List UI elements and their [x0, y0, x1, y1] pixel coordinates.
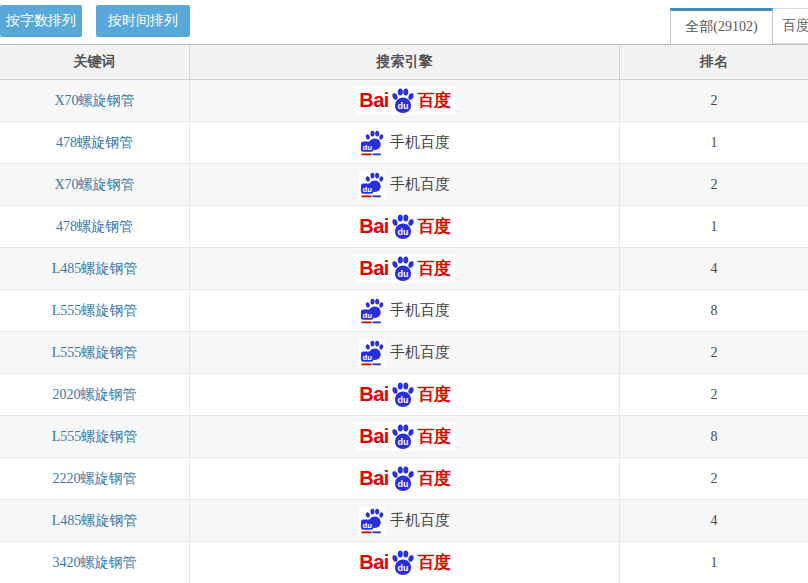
table-row: L485螺旋钢管 Bai du 百度 4 [0, 248, 808, 290]
baidu-logo-text-cn: 百度 [418, 89, 450, 112]
keyword-link[interactable]: 478螺旋钢管 [0, 122, 190, 163]
table-row: X70螺旋钢管 Bai du 百度 2 [0, 80, 808, 122]
keyword-link[interactable]: L555螺旋钢管 [0, 332, 190, 373]
table-row: 478螺旋钢管 du 手机百度 1 [0, 122, 808, 164]
rank-value: 1 [620, 542, 808, 583]
mobile-baidu-icon-box: du [359, 129, 385, 157]
svg-text:du: du [397, 479, 408, 489]
table-row: L555螺旋钢管 du 手机百度 8 [0, 290, 808, 332]
baidu-logo-text-cn: 百度 [418, 215, 450, 238]
keyword-link[interactable]: L485螺旋钢管 [0, 248, 190, 289]
baidu-logo: Bai du 百度 [354, 86, 455, 115]
keyword-link[interactable]: X70螺旋钢管 [0, 80, 190, 121]
mobile-baidu-icon-box: du [359, 171, 385, 199]
rank-value: 8 [620, 416, 808, 457]
keyword-link[interactable]: 2020螺旋钢管 [0, 374, 190, 415]
svg-text:du: du [397, 101, 408, 111]
baidu-logo-text-cn: 百度 [418, 257, 450, 280]
header-keyword: 关键词 [0, 45, 190, 79]
mobile-baidu-label: 手机百度 [390, 343, 450, 362]
search-engine-cell: Bai du 百度 [190, 458, 620, 499]
svg-text:du: du [397, 269, 408, 279]
keyword-ranking-page: 按字数排列 按时间排列 全部(29102) 百度 关键词 搜索引擎 排名 X70… [0, 0, 808, 583]
keyword-link[interactable]: 2220螺旋钢管 [0, 458, 190, 499]
mobile-baidu-icon: du [360, 508, 384, 534]
baidu-paw-icon: du [390, 255, 416, 282]
rank-value: 4 [620, 248, 808, 289]
svg-text:du: du [362, 184, 372, 193]
rank-value: 4 [620, 500, 808, 541]
sort-by-words-button[interactable]: 按字数排列 [0, 5, 82, 37]
svg-text:du: du [397, 437, 408, 447]
baidu-logo: Bai du 百度 [354, 254, 455, 283]
table-row: 2020螺旋钢管 Bai du 百度 2 [0, 374, 808, 416]
svg-text:du: du [362, 142, 372, 151]
sort-by-time-button[interactable]: 按时间排列 [96, 5, 190, 37]
mobile-baidu-label: 手机百度 [390, 301, 450, 320]
baidu-logo: Bai du 百度 [354, 422, 455, 451]
keyword-link[interactable]: 478螺旋钢管 [0, 206, 190, 247]
search-engine-cell: Bai du 百度 [190, 206, 620, 247]
mobile-baidu-engine: du 手机百度 [359, 129, 450, 157]
table-row: 478螺旋钢管 Bai du 百度 1 [0, 206, 808, 248]
mobile-baidu-icon-box: du [359, 297, 385, 325]
tab-baidu[interactable]: 百度 [772, 8, 808, 44]
rank-value: 2 [620, 332, 808, 373]
search-engine-cell: Bai du 百度 [190, 248, 620, 289]
baidu-paw-icon: du [390, 465, 416, 492]
mobile-baidu-label: 手机百度 [390, 511, 450, 530]
svg-text:du: du [397, 395, 408, 405]
baidu-logo-text-cn: 百度 [418, 551, 450, 574]
mobile-baidu-icon: du [360, 130, 384, 156]
baidu-paw-icon: du [390, 381, 416, 408]
mobile-baidu-icon: du [360, 172, 384, 198]
svg-text:du: du [362, 310, 372, 319]
baidu-paw-icon: du [390, 549, 416, 576]
table-header: 关键词 搜索引擎 排名 [0, 44, 808, 80]
baidu-logo-text-bai: Bai [359, 551, 389, 574]
search-engine-cell: du 手机百度 [190, 500, 620, 541]
search-engine-cell: du 手机百度 [190, 164, 620, 205]
table-row: L555螺旋钢管 Bai du 百度 8 [0, 416, 808, 458]
search-engine-cell: du 手机百度 [190, 332, 620, 373]
baidu-paw-icon: du [390, 87, 416, 114]
mobile-baidu-engine: du 手机百度 [359, 171, 450, 199]
table-row: X70螺旋钢管 du 手机百度 2 [0, 164, 808, 206]
mobile-baidu-icon: du [360, 340, 384, 366]
header-search-engine: 搜索引擎 [190, 45, 620, 79]
svg-text:du: du [397, 563, 408, 573]
rank-value: 2 [620, 80, 808, 121]
tab-all[interactable]: 全部(29102) [670, 8, 773, 44]
mobile-baidu-engine: du 手机百度 [359, 507, 450, 535]
keyword-link[interactable]: L555螺旋钢管 [0, 416, 190, 457]
header-rank: 排名 [620, 45, 808, 79]
svg-text:du: du [362, 352, 372, 361]
rank-value: 1 [620, 206, 808, 247]
search-engine-cell: Bai du 百度 [190, 416, 620, 457]
svg-text:du: du [397, 227, 408, 237]
search-engine-cell: Bai du 百度 [190, 80, 620, 121]
mobile-baidu-engine: du 手机百度 [359, 297, 450, 325]
rank-value: 1 [620, 122, 808, 163]
baidu-logo-text-bai: Bai [359, 383, 389, 406]
baidu-logo: Bai du 百度 [354, 464, 455, 493]
search-engine-cell: Bai du 百度 [190, 374, 620, 415]
keyword-link[interactable]: 3420螺旋钢管 [0, 542, 190, 583]
keyword-link[interactable]: X70螺旋钢管 [0, 164, 190, 205]
keyword-link[interactable]: L485螺旋钢管 [0, 500, 190, 541]
baidu-logo-text-bai: Bai [359, 467, 389, 490]
rank-value: 2 [620, 458, 808, 499]
rank-value: 8 [620, 290, 808, 331]
baidu-logo-text-bai: Bai [359, 89, 389, 112]
baidu-logo-text-cn: 百度 [418, 425, 450, 448]
mobile-baidu-engine: du 手机百度 [359, 339, 450, 367]
rank-value: 2 [620, 164, 808, 205]
search-engine-cell: du 手机百度 [190, 122, 620, 163]
baidu-paw-icon: du [390, 423, 416, 450]
search-engine-cell: du 手机百度 [190, 290, 620, 331]
baidu-logo: Bai du 百度 [354, 212, 455, 241]
baidu-logo-text-cn: 百度 [418, 467, 450, 490]
baidu-logo: Bai du 百度 [354, 380, 455, 409]
table-row: L555螺旋钢管 du 手机百度 2 [0, 332, 808, 374]
keyword-link[interactable]: L555螺旋钢管 [0, 290, 190, 331]
